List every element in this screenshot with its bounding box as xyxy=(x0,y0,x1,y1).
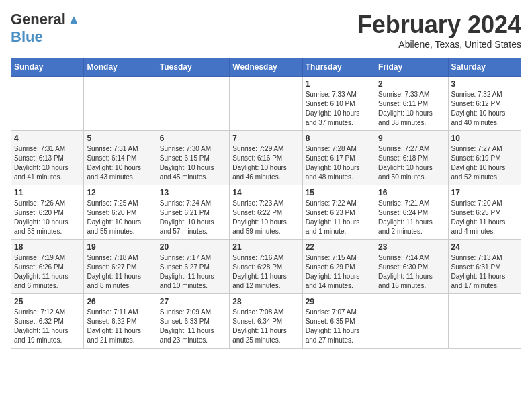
calendar-cell: 25 Sunrise: 7:12 AMSunset: 6:32 PMDaylig… xyxy=(11,294,84,349)
day-info: Sunrise: 7:28 AMSunset: 6:17 PMDaylight:… xyxy=(306,144,372,182)
calendar-cell xyxy=(11,77,84,131)
title-area: February 2024 Abilene, Texas, United Sta… xyxy=(357,11,521,50)
calendar-cell: 15 Sunrise: 7:22 AMSunset: 6:23 PMDaylig… xyxy=(302,185,375,240)
day-number: 13 xyxy=(160,188,226,197)
calendar-day-header: Tuesday xyxy=(157,58,229,77)
calendar-week-row: 18 Sunrise: 7:19 AMSunset: 6:26 PMDaylig… xyxy=(11,240,521,294)
day-info: Sunrise: 7:22 AMSunset: 6:23 PMDaylight:… xyxy=(306,199,372,236)
day-number: 14 xyxy=(232,188,299,197)
main-title: February 2024 xyxy=(357,11,521,39)
day-number: 22 xyxy=(306,242,372,252)
calendar-header-row: SundayMondayTuesdayWednesdayThursdayFrid… xyxy=(11,58,521,77)
calendar-cell: 6 Sunrise: 7:30 AMSunset: 6:15 PMDayligh… xyxy=(157,131,229,185)
calendar-day-header: Sunday xyxy=(11,58,84,77)
calendar-cell: 1 Sunrise: 7:33 AMSunset: 6:10 PMDayligh… xyxy=(302,77,375,131)
calendar-week-row: 4 Sunrise: 7:31 AMSunset: 6:13 PMDayligh… xyxy=(11,131,521,185)
calendar-week-row: 1 Sunrise: 7:33 AMSunset: 6:10 PMDayligh… xyxy=(11,77,521,131)
day-info: Sunrise: 7:25 AMSunset: 6:20 PMDaylight:… xyxy=(87,199,153,236)
day-number: 27 xyxy=(160,297,226,306)
logo: General ▲ Blue xyxy=(11,11,81,46)
calendar-cell: 3 Sunrise: 7:32 AMSunset: 6:12 PMDayligh… xyxy=(448,77,521,131)
calendar-cell: 19 Sunrise: 7:18 AMSunset: 6:27 PMDaylig… xyxy=(84,240,157,294)
day-number: 24 xyxy=(451,242,518,252)
calendar-cell: 16 Sunrise: 7:21 AMSunset: 6:24 PMDaylig… xyxy=(375,185,448,240)
day-number: 28 xyxy=(232,297,299,306)
calendar-cell: 21 Sunrise: 7:16 AMSunset: 6:28 PMDaylig… xyxy=(230,240,302,294)
day-number: 23 xyxy=(378,242,445,252)
calendar-table: SundayMondayTuesdayWednesdayThursdayFrid… xyxy=(11,58,521,349)
page-header: General ▲ Blue February 2024 Abilene, Te… xyxy=(11,11,521,50)
logo-bird-icon: ▲ xyxy=(67,12,81,28)
calendar-cell: 10 Sunrise: 7:27 AMSunset: 6:19 PMDaylig… xyxy=(448,131,521,185)
calendar-cell: 13 Sunrise: 7:24 AMSunset: 6:21 PMDaylig… xyxy=(157,185,229,240)
calendar-cell xyxy=(448,294,521,349)
calendar-cell: 5 Sunrise: 7:31 AMSunset: 6:14 PMDayligh… xyxy=(84,131,157,185)
day-info: Sunrise: 7:33 AMSunset: 6:11 PMDaylight:… xyxy=(378,90,445,128)
day-number: 10 xyxy=(451,134,518,143)
day-number: 15 xyxy=(306,188,372,197)
day-info: Sunrise: 7:23 AMSunset: 6:22 PMDaylight:… xyxy=(232,199,299,236)
day-number: 2 xyxy=(378,79,445,89)
day-info: Sunrise: 7:21 AMSunset: 6:24 PMDaylight:… xyxy=(378,199,445,236)
day-info: Sunrise: 7:17 AMSunset: 6:27 PMDaylight:… xyxy=(160,253,226,291)
day-number: 25 xyxy=(14,297,81,306)
day-number: 1 xyxy=(306,79,372,89)
calendar-cell: 8 Sunrise: 7:28 AMSunset: 6:17 PMDayligh… xyxy=(302,131,375,185)
calendar-day-header: Wednesday xyxy=(230,58,302,77)
day-number: 5 xyxy=(87,134,153,143)
day-number: 20 xyxy=(160,242,226,252)
calendar-cell xyxy=(230,77,302,131)
day-info: Sunrise: 7:27 AMSunset: 6:19 PMDaylight:… xyxy=(451,144,518,182)
day-info: Sunrise: 7:12 AMSunset: 6:32 PMDaylight:… xyxy=(14,308,81,345)
day-info: Sunrise: 7:32 AMSunset: 6:12 PMDaylight:… xyxy=(451,90,518,128)
calendar-cell: 11 Sunrise: 7:26 AMSunset: 6:20 PMDaylig… xyxy=(11,185,84,240)
day-number: 17 xyxy=(451,188,518,197)
day-info: Sunrise: 7:31 AMSunset: 6:13 PMDaylight:… xyxy=(14,144,81,182)
calendar-cell xyxy=(157,77,229,131)
day-info: Sunrise: 7:09 AMSunset: 6:33 PMDaylight:… xyxy=(160,308,226,345)
calendar-cell: 7 Sunrise: 7:29 AMSunset: 6:16 PMDayligh… xyxy=(230,131,302,185)
calendar-week-row: 11 Sunrise: 7:26 AMSunset: 6:20 PMDaylig… xyxy=(11,185,521,240)
calendar-cell: 20 Sunrise: 7:17 AMSunset: 6:27 PMDaylig… xyxy=(157,240,229,294)
calendar-cell: 4 Sunrise: 7:31 AMSunset: 6:13 PMDayligh… xyxy=(11,131,84,185)
day-info: Sunrise: 7:29 AMSunset: 6:16 PMDaylight:… xyxy=(232,144,299,182)
day-number: 26 xyxy=(87,297,153,306)
day-number: 19 xyxy=(87,242,153,252)
day-number: 8 xyxy=(306,134,372,143)
calendar-cell: 23 Sunrise: 7:14 AMSunset: 6:30 PMDaylig… xyxy=(375,240,448,294)
calendar-cell: 14 Sunrise: 7:23 AMSunset: 6:22 PMDaylig… xyxy=(230,185,302,240)
day-info: Sunrise: 7:33 AMSunset: 6:10 PMDaylight:… xyxy=(306,90,372,128)
day-info: Sunrise: 7:18 AMSunset: 6:27 PMDaylight:… xyxy=(87,253,153,291)
calendar-cell: 17 Sunrise: 7:20 AMSunset: 6:25 PMDaylig… xyxy=(448,185,521,240)
day-number: 18 xyxy=(14,242,81,252)
calendar-day-header: Friday xyxy=(375,58,448,77)
day-info: Sunrise: 7:14 AMSunset: 6:30 PMDaylight:… xyxy=(378,253,445,291)
day-number: 9 xyxy=(378,134,445,143)
calendar-week-row: 25 Sunrise: 7:12 AMSunset: 6:32 PMDaylig… xyxy=(11,294,521,349)
calendar-cell: 28 Sunrise: 7:08 AMSunset: 6:34 PMDaylig… xyxy=(230,294,302,349)
day-info: Sunrise: 7:20 AMSunset: 6:25 PMDaylight:… xyxy=(451,199,518,236)
day-number: 12 xyxy=(87,188,153,197)
day-info: Sunrise: 7:19 AMSunset: 6:26 PMDaylight:… xyxy=(14,253,81,291)
day-info: Sunrise: 7:13 AMSunset: 6:31 PMDaylight:… xyxy=(451,253,518,291)
day-info: Sunrise: 7:31 AMSunset: 6:14 PMDaylight:… xyxy=(87,144,153,182)
day-number: 3 xyxy=(451,79,518,89)
calendar-day-header: Monday xyxy=(84,58,157,77)
day-info: Sunrise: 7:16 AMSunset: 6:28 PMDaylight:… xyxy=(232,253,299,291)
day-info: Sunrise: 7:24 AMSunset: 6:21 PMDaylight:… xyxy=(160,199,226,236)
subtitle: Abilene, Texas, United States xyxy=(357,39,521,50)
day-number: 11 xyxy=(14,188,81,197)
day-info: Sunrise: 7:30 AMSunset: 6:15 PMDaylight:… xyxy=(160,144,226,182)
calendar-day-header: Saturday xyxy=(448,58,521,77)
calendar-cell: 26 Sunrise: 7:11 AMSunset: 6:32 PMDaylig… xyxy=(84,294,157,349)
day-number: 16 xyxy=(378,188,445,197)
calendar-cell: 22 Sunrise: 7:15 AMSunset: 6:29 PMDaylig… xyxy=(302,240,375,294)
calendar-day-header: Thursday xyxy=(302,58,375,77)
calendar-cell: 12 Sunrise: 7:25 AMSunset: 6:20 PMDaylig… xyxy=(84,185,157,240)
calendar-cell: 29 Sunrise: 7:07 AMSunset: 6:35 PMDaylig… xyxy=(302,294,375,349)
calendar-cell xyxy=(375,294,448,349)
calendar-cell: 2 Sunrise: 7:33 AMSunset: 6:11 PMDayligh… xyxy=(375,77,448,131)
logo-general: General xyxy=(11,11,66,28)
day-info: Sunrise: 7:08 AMSunset: 6:34 PMDaylight:… xyxy=(232,308,299,345)
day-info: Sunrise: 7:26 AMSunset: 6:20 PMDaylight:… xyxy=(14,199,81,236)
